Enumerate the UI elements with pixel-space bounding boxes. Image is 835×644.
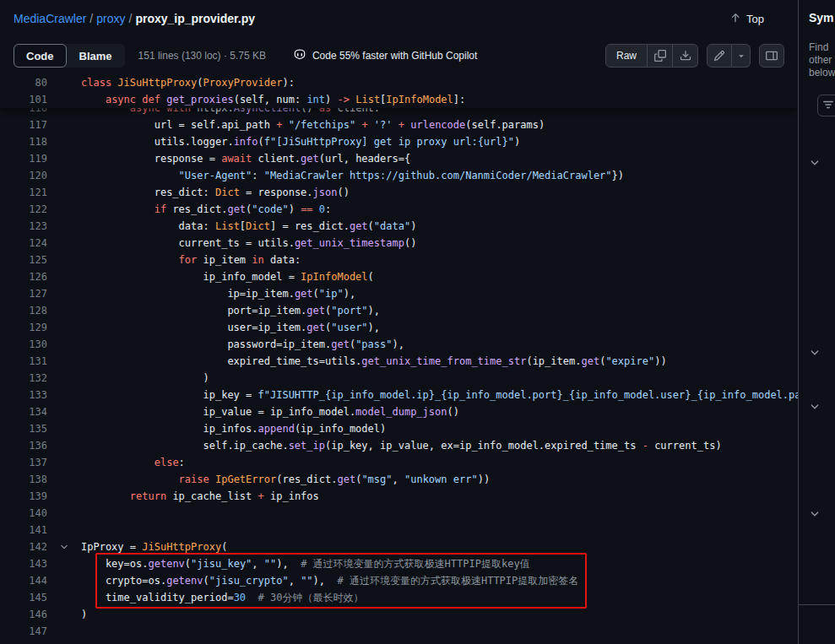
blame-tab[interactable]: Blame	[67, 44, 125, 68]
panel-divider	[799, 604, 835, 605]
raw-button[interactable]: Raw	[605, 44, 648, 68]
copy-raw-button[interactable]	[648, 44, 673, 68]
copilot-banner[interactable]: Code 55% faster with GitHub Copilot	[293, 48, 477, 64]
breadcrumb-folder-link[interactable]: proxy	[96, 12, 125, 25]
line-number[interactable]: 118	[0, 133, 47, 150]
line-number[interactable]: 145	[0, 589, 47, 606]
code-line: 123 data: List[Dict] = res_dict.get("dat…	[0, 218, 798, 235]
line-number[interactable]: 120	[0, 167, 47, 184]
line-number[interactable]: 117	[0, 116, 47, 133]
fold-gutter	[47, 336, 81, 353]
line-number[interactable]: 133	[0, 387, 47, 403]
code-text: current_ts = utils.get_unix_timestamp()	[81, 235, 798, 252]
line-number[interactable]: 122	[0, 201, 47, 218]
edit-dropdown-button[interactable]	[732, 44, 751, 68]
fold-gutter	[47, 268, 81, 285]
line-number[interactable]: 137	[0, 454, 47, 471]
filter-button[interactable]	[817, 95, 835, 116]
fold-gutter	[47, 471, 81, 488]
pencil-icon	[713, 50, 725, 62]
fold-gutter	[47, 184, 81, 201]
fold-gutter	[47, 387, 81, 403]
line-number[interactable]: 132	[0, 370, 47, 387]
code-text: class JiSuHttpProxy(ProxyProvider):	[81, 74, 798, 91]
line-number[interactable]: 80	[0, 74, 47, 91]
code-line: 135 ip_infos.append(ip_info_model)	[0, 420, 798, 437]
code-line: 101 async def get_proxies(self, num: int…	[0, 91, 798, 108]
line-number[interactable]: 127	[0, 285, 47, 302]
line-number[interactable]: 128	[0, 302, 47, 319]
download-raw-button[interactable]	[673, 44, 698, 68]
line-number[interactable]: 146	[0, 606, 47, 623]
symbol-expander-icon[interactable]	[809, 347, 821, 359]
code-text: ip_key = f"JISUHTTP_{ip_info_model.ip}_{…	[81, 387, 798, 403]
code-line: 142IpProxy = JiSuHttpProxy(	[0, 538, 798, 555]
code-text: key=os.getenv("jisu_key", ""), # 通过环境变量的…	[81, 555, 798, 572]
line-number[interactable]: 144	[0, 572, 47, 589]
code-text: data: List[Dict] = res_dict.get("data")	[81, 218, 798, 235]
code-text: response = await client.get(url, headers…	[81, 150, 798, 167]
code-text: res_dict: Dict = response.json()	[81, 184, 798, 201]
file-view: MediaCrawler / proxy / proxy_ip_provider…	[0, 0, 798, 644]
code-line: 147	[0, 623, 798, 640]
line-number[interactable]: 101	[0, 91, 47, 108]
line-number[interactable]: 135	[0, 420, 47, 437]
code-text: )	[81, 370, 798, 387]
line-number[interactable]: 139	[0, 488, 47, 505]
code-line: 146)	[0, 606, 798, 623]
line-number[interactable]: 123	[0, 218, 47, 235]
code-line: 139 return ip_cache_list + ip_infos	[0, 488, 798, 505]
code-tab[interactable]: Code	[14, 44, 67, 68]
code-text: raise IpGetError(res_dict.get("msg", "un…	[81, 471, 798, 488]
line-number[interactable]: 143	[0, 555, 47, 572]
line-number[interactable]: 129	[0, 319, 47, 336]
code-lines: 116 async with httpx.AsyncClient() as cl…	[0, 74, 798, 644]
line-number[interactable]: 141	[0, 522, 47, 538]
code-line: 129 user=ip_item.get("user"),	[0, 319, 798, 336]
line-number[interactable]: 131	[0, 353, 47, 370]
line-number[interactable]: 147	[0, 623, 47, 640]
line-number[interactable]: 136	[0, 437, 47, 454]
code-text	[81, 505, 798, 522]
symbols-panel-toggle[interactable]	[759, 44, 784, 68]
line-number[interactable]: 142	[0, 538, 47, 555]
fold-chevron-icon[interactable]	[47, 538, 81, 555]
symbols-panel-description-line: other	[809, 54, 835, 67]
code-line: 126 ip_info_model = IpInfoModel(	[0, 268, 798, 285]
edit-actions-group	[707, 44, 751, 68]
symbol-expander-icon[interactable]	[809, 157, 821, 169]
fold-gutter	[47, 285, 81, 302]
code-text: IpProxy = JiSuHttpProxy(	[81, 538, 798, 555]
code-line: 127 ip=ip_item.get("ip"),	[0, 285, 798, 302]
code-line: 122 if res_dict.get("code") == 0:	[0, 201, 798, 218]
fold-gutter	[47, 606, 81, 623]
code-line: 143 key=os.getenv("jisu_key", ""), # 通过环…	[0, 555, 798, 572]
edit-file-button[interactable]	[707, 44, 732, 68]
fold-gutter	[47, 353, 81, 370]
line-number[interactable]: 140	[0, 505, 47, 522]
symbol-expander-icon[interactable]	[809, 401, 821, 413]
copilot-icon	[293, 48, 306, 64]
breadcrumb-repo-link[interactable]: MediaCrawler	[14, 12, 86, 25]
code-blame-toggle: Code Blame	[14, 44, 125, 68]
line-number[interactable]: 119	[0, 150, 47, 167]
line-number[interactable]: 130	[0, 336, 47, 353]
line-number[interactable]: 124	[0, 235, 47, 252]
line-number[interactable]: 126	[0, 268, 47, 285]
line-number[interactable]: 134	[0, 403, 47, 420]
code-text: url = self.api_path + "/fetchips" + '?' …	[81, 116, 798, 133]
back-to-top-link[interactable]: Top	[729, 12, 764, 26]
code-line: 140	[0, 505, 798, 522]
line-number[interactable]: 138	[0, 471, 47, 488]
breadcrumb-separator: /	[89, 12, 93, 25]
fold-gutter	[47, 133, 81, 150]
code-line: 119 response = await client.get(url, hea…	[0, 150, 798, 167]
filter-icon	[822, 99, 834, 113]
line-number[interactable]: 121	[0, 184, 47, 201]
code-text: ip=ip_item.get("ip"),	[81, 285, 798, 302]
line-number[interactable]: 125	[0, 252, 47, 268]
code-text: self.ip_cache.set_ip(ip_key, ip_value, e…	[81, 437, 798, 454]
symbol-expander-icon[interactable]	[809, 508, 821, 520]
fold-gutter	[47, 488, 81, 505]
symbols-panel-description-line: Find	[809, 41, 835, 54]
